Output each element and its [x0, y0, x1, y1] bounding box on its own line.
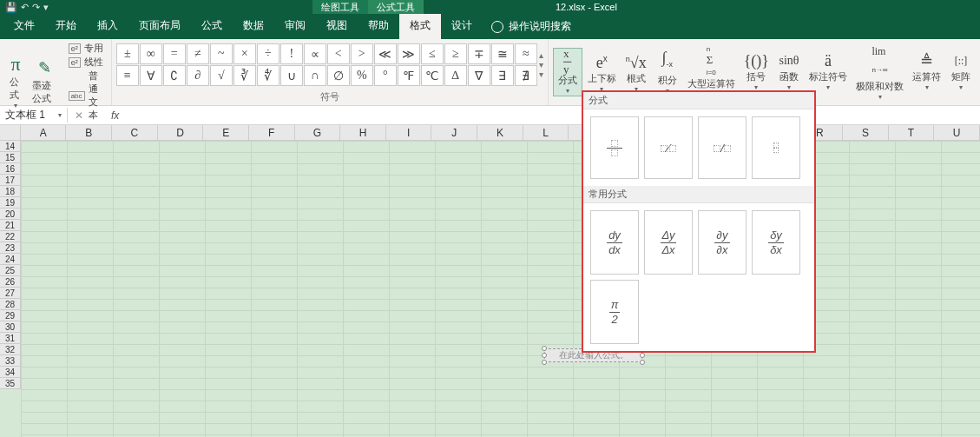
symbols-scroll-down[interactable]: ▾	[539, 60, 543, 70]
tellme-label[interactable]: 操作说明搜索	[509, 19, 571, 34]
row-header[interactable]: 21	[0, 220, 20, 231]
function-button[interactable]: sinθ函数▾	[774, 51, 804, 92]
row-header[interactable]: 23	[0, 242, 20, 254]
symbol-button[interactable]: ≅	[491, 43, 514, 64]
symbol-button[interactable]: ∄	[515, 65, 537, 86]
ink-equation-button[interactable]: ✎ 墨迹公式	[27, 56, 62, 107]
resize-handle[interactable]	[640, 360, 645, 365]
qat-more-icon[interactable]: ▾	[43, 2, 49, 13]
row-header[interactable]: 28	[0, 299, 20, 310]
resize-handle[interactable]	[542, 353, 547, 358]
symbol-button[interactable]: ≠	[187, 43, 209, 64]
row-header[interactable]: 18	[0, 186, 20, 197]
row-header[interactable]: 24	[0, 254, 20, 265]
column-header[interactable]: B	[66, 125, 112, 140]
symbol-button[interactable]: ∇	[468, 65, 490, 86]
symbol-button[interactable]: ~	[210, 43, 233, 64]
symbol-button[interactable]: ≈	[515, 43, 537, 64]
symbol-button[interactable]: <	[327, 43, 350, 64]
symbol-button[interactable]: ÷	[257, 43, 280, 64]
row-header[interactable]: 32	[0, 344, 20, 355]
cancel-icon[interactable]: ✕	[75, 109, 83, 122]
row-header[interactable]: 26	[0, 276, 20, 288]
symbol-button[interactable]: >	[351, 43, 373, 64]
script-button[interactable]: ex上下标▾	[584, 50, 620, 94]
fraction-skewed[interactable]: ⁄	[644, 116, 693, 179]
resize-handle[interactable]	[542, 360, 547, 365]
column-header[interactable]: I	[386, 125, 432, 140]
symbol-button[interactable]: √	[210, 65, 233, 86]
row-header[interactable]: 20	[0, 209, 20, 220]
fx-label[interactable]: fx	[111, 109, 119, 122]
symbol-button[interactable]: ∝	[304, 43, 326, 64]
resize-handle[interactable]	[542, 346, 547, 351]
equation-button[interactable]: π 公式 ▾	[4, 53, 27, 111]
tab-数据[interactable]: 数据	[233, 13, 274, 39]
symbol-button[interactable]: °	[374, 65, 397, 86]
column-header[interactable]: L	[523, 125, 569, 140]
fraction-pi-2[interactable]: π2	[590, 280, 639, 344]
tab-格式[interactable]: 格式	[399, 13, 441, 39]
symbol-button[interactable]: ∛	[233, 65, 256, 86]
column-header[interactable]: T	[889, 125, 935, 140]
fraction-small[interactable]	[752, 116, 800, 179]
row-header[interactable]: 16	[0, 163, 20, 175]
confirm-icon[interactable]: ✓	[89, 109, 97, 122]
row-header[interactable]: 19	[0, 197, 20, 209]
row-header[interactable]: 17	[0, 175, 20, 186]
symbol-button[interactable]: ∞	[140, 43, 162, 64]
column-header[interactable]: A	[21, 125, 67, 140]
fraction-stacked[interactable]	[590, 116, 639, 179]
radical-button[interactable]: n√x根式▾	[622, 50, 651, 94]
row-header[interactable]: 33	[0, 355, 20, 367]
symbol-button[interactable]: ≪	[374, 43, 397, 64]
tab-审阅[interactable]: 审阅	[274, 13, 316, 39]
symbol-button[interactable]: ℃	[421, 65, 444, 86]
limit-button[interactable]: limn→∞极限和对数▾	[852, 42, 907, 102]
column-header[interactable]: F	[249, 125, 295, 140]
fraction-delta-y-x[interactable]: δyδx	[752, 210, 800, 275]
symbols-more[interactable]: ▾	[539, 70, 543, 79]
symbol-button[interactable]: ∁	[163, 65, 186, 86]
symbol-button[interactable]: =	[163, 43, 186, 64]
row-header[interactable]: 14	[0, 141, 20, 152]
operator-button[interactable]: ≜运算符▾	[909, 51, 944, 92]
row-header[interactable]: 15	[0, 152, 20, 163]
row-header[interactable]: 22	[0, 231, 20, 242]
symbol-button[interactable]: ∅	[327, 65, 350, 86]
column-header[interactable]: S	[843, 125, 889, 140]
symbol-button[interactable]: ∂	[187, 65, 209, 86]
symbol-button[interactable]: ∜	[257, 65, 280, 86]
row-header[interactable]: 25	[0, 265, 20, 276]
symbol-button[interactable]: ≫	[398, 43, 420, 64]
fraction-partial-y-x[interactable]: ∂y∂x	[698, 210, 747, 275]
symbol-button[interactable]: ≥	[444, 43, 467, 64]
symbol-button[interactable]: ∪	[280, 65, 303, 86]
qat-save-icon[interactable]: 💾	[5, 2, 17, 13]
tab-帮助[interactable]: 帮助	[358, 13, 399, 39]
professional-button[interactable]: e²专用	[66, 42, 107, 55]
row-header[interactable]: 31	[0, 333, 20, 344]
tab-页面布局[interactable]: 页面布局	[128, 13, 191, 39]
fraction-dy-dx[interactable]: dydx	[590, 210, 639, 275]
symbol-button[interactable]: %	[351, 65, 373, 86]
column-header[interactable]: G	[295, 125, 341, 140]
symbol-button[interactable]: ∃	[491, 65, 514, 86]
fraction-linear[interactable]: /	[698, 116, 747, 179]
resize-handle[interactable]	[640, 353, 645, 358]
tab-设计[interactable]: 设计	[441, 13, 483, 39]
column-header[interactable]: E	[203, 125, 249, 140]
column-header[interactable]: D	[158, 125, 204, 140]
qat-redo-icon[interactable]: ↷	[32, 2, 40, 13]
column-header[interactable]: K	[477, 125, 523, 140]
name-box[interactable]: 文本框 1▾	[0, 108, 68, 122]
symbol-button[interactable]: ≤	[421, 43, 444, 64]
tab-开始[interactable]: 开始	[45, 13, 87, 39]
row-header[interactable]: 29	[0, 310, 20, 321]
symbols-scroll-up[interactable]: ▴	[539, 50, 543, 60]
linear-button[interactable]: e²线性	[66, 56, 107, 69]
row-header[interactable]: 30	[0, 321, 20, 333]
row-header[interactable]: 27	[0, 288, 20, 299]
symbol-button[interactable]: ∓	[468, 43, 490, 64]
tab-公式[interactable]: 公式	[191, 13, 233, 39]
